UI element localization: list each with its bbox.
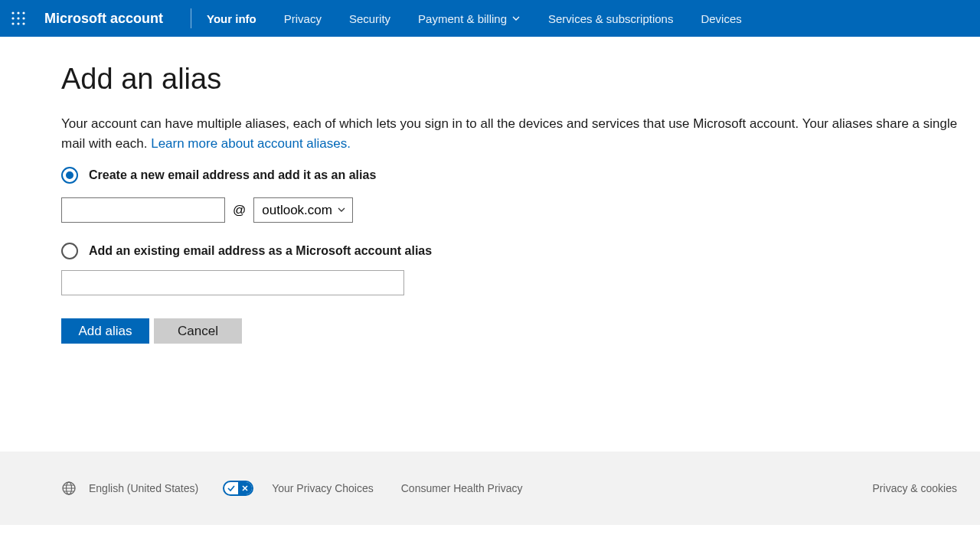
nav-label: Security	[349, 12, 390, 25]
svg-point-8	[22, 22, 24, 24]
brand-label[interactable]: Microsoft account	[44, 11, 177, 27]
existing-email-row	[61, 270, 980, 295]
option-add-existing: Add an existing email address as a Micro…	[61, 243, 980, 259]
chevron-down-icon	[511, 12, 521, 25]
nav-links: Your info Privacy Security Payment & bil…	[193, 0, 756, 37]
nav-label: Payment & billing	[418, 12, 507, 25]
nav-payment-billing[interactable]: Payment & billing	[404, 0, 534, 37]
page-title: Add an alias	[61, 63, 980, 96]
nav-label: Devices	[701, 12, 741, 25]
nav-security[interactable]: Security	[335, 0, 404, 37]
consumer-health-link[interactable]: Consumer Health Privacy	[401, 482, 523, 494]
nav-devices[interactable]: Devices	[687, 0, 755, 37]
domain-selected-value: outlook.com	[262, 203, 332, 218]
svg-point-7	[17, 22, 19, 24]
radio-add-existing[interactable]	[61, 243, 78, 259]
nav-services-subscriptions[interactable]: Services & subscriptions	[534, 0, 687, 37]
footer-right: Privacy & cookies	[873, 481, 957, 495]
domain-select[interactable]: outlook.com	[253, 197, 353, 223]
footer-left: English (United States) Your Privacy Cho…	[61, 481, 522, 496]
option-add-existing-label: Add an existing email address as a Micro…	[89, 244, 432, 258]
learn-more-link[interactable]: Learn more about account aliases.	[151, 136, 351, 151]
new-email-row: @ outlook.com	[61, 197, 980, 223]
nav-label: Your info	[207, 12, 256, 25]
nav-your-info[interactable]: Your info	[193, 0, 270, 37]
pill-check-icon	[224, 482, 238, 494]
app-launcher-icon[interactable]	[8, 8, 29, 29]
intro-line-2: mail with each.	[61, 136, 151, 151]
option-create-new-label: Create a new email address and add it as…	[89, 168, 376, 182]
nav-divider	[191, 8, 191, 28]
existing-email-input[interactable]	[61, 270, 404, 295]
button-row: Add alias Cancel	[61, 318, 980, 344]
language-selector[interactable]: English (United States)	[89, 482, 198, 494]
svg-point-5	[22, 17, 24, 19]
intro-text: Your account can have multiple aliases, …	[61, 114, 980, 153]
privacy-cookies-link[interactable]: Privacy & cookies	[873, 482, 957, 494]
nav-label: Services & subscriptions	[548, 12, 673, 25]
cancel-button[interactable]: Cancel	[154, 318, 242, 344]
footer: English (United States) Your Privacy Cho…	[0, 452, 980, 525]
radio-dot-icon	[66, 171, 74, 179]
chevron-down-icon	[337, 203, 346, 218]
svg-point-6	[11, 22, 14, 24]
privacy-choices-link[interactable]: Your Privacy Choices	[272, 482, 374, 494]
top-nav: Microsoft account Your info Privacy Secu…	[0, 0, 980, 37]
intro-line-1: Your account can have multiple aliases, …	[61, 116, 957, 131]
nav-label: Privacy	[284, 12, 322, 25]
main-content: Add an alias Your account can have multi…	[0, 37, 980, 344]
pill-x-icon	[238, 482, 252, 494]
option-create-new: Create a new email address and add it as…	[61, 167, 980, 184]
at-symbol: @	[233, 203, 246, 218]
nav-privacy[interactable]: Privacy	[270, 0, 335, 37]
privacy-pill-icon[interactable]	[223, 481, 253, 496]
svg-point-4	[17, 17, 19, 19]
add-alias-button[interactable]: Add alias	[61, 318, 149, 344]
svg-point-3	[11, 17, 14, 19]
svg-point-1	[17, 11, 19, 14]
radio-create-new[interactable]	[61, 167, 78, 184]
globe-icon	[61, 481, 77, 496]
svg-point-0	[11, 11, 14, 14]
new-email-input[interactable]	[61, 197, 225, 223]
svg-point-2	[22, 11, 24, 14]
